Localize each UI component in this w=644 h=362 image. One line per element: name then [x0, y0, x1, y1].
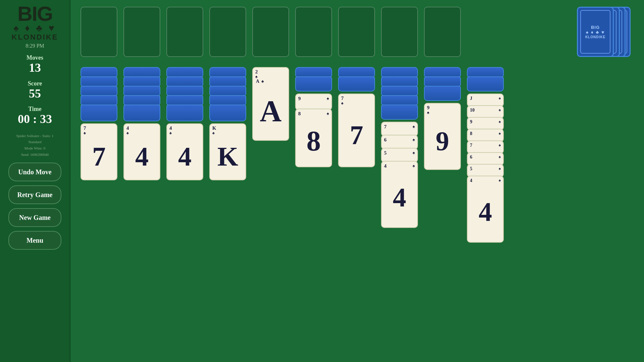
undo-move-button[interactable]: Undo Move — [8, 163, 61, 181]
card-col8-6[interactable]: 6 ♠ — [381, 135, 418, 149]
card-col6-9[interactable]: 9 ♠ — [295, 94, 332, 110]
col10-4-hdr: 4 ♠ — [470, 178, 501, 183]
card-col5-ace[interactable]: 2 ♠ A ♠ A — [252, 67, 289, 141]
foundation-slot-2[interactable] — [123, 7, 160, 57]
col10-7-rank: 7 — [470, 143, 472, 148]
card-col6-8[interactable]: 8 ♠ 8 — [295, 109, 332, 167]
face-down-stack-10 — [467, 67, 504, 92]
sc1-logo: BIG — [591, 25, 600, 30]
card-col8-7[interactable]: 7 ♠ — [381, 122, 418, 136]
col8-cards: 7 ♠ 6 ♠ 5 ♠ — [381, 122, 418, 228]
col10-10-rank: 10 — [470, 108, 475, 113]
card-col5-arank: A ♠ — [255, 79, 286, 84]
face-down-8-3 — [381, 86, 418, 96]
face-down-3-1 — [166, 67, 203, 77]
face-down-8-4 — [381, 95, 418, 105]
face-down-3-5 — [166, 105, 203, 121]
score-stat: Score 55 — [28, 80, 42, 101]
card-col10-7[interactable]: 7 ♠ — [467, 140, 504, 154]
sc1-kl: KLONDIKE — [585, 35, 605, 39]
face-down-3-3 — [166, 86, 203, 96]
menu-button[interactable]: Menu — [8, 231, 61, 250]
face-down-7-2 — [338, 76, 375, 92]
col10-8-hdr: 8 ♠ — [470, 131, 501, 136]
col8-6-rank: 6 — [384, 137, 387, 143]
tableau-column-8: 7 ♠ 6 ♠ 5 ♠ — [381, 67, 418, 228]
card-col7-top[interactable]: 7 ♠ 7 — [338, 94, 375, 167]
face-down-stack-8 — [381, 67, 418, 120]
game-info-line2: Standard — [16, 139, 53, 145]
col10-J-suit: ♠ — [499, 96, 501, 101]
tableau-column-2: 4 ♠ 4 — [123, 67, 160, 180]
card-col8-4[interactable]: 4 ♠ 4 — [381, 161, 418, 228]
card-col3-main: 4 — [169, 135, 200, 178]
card-col9-top[interactable]: 9 ♠ 9 — [424, 103, 461, 170]
face-down-10-1 — [467, 67, 504, 77]
card-col8-5[interactable]: 5 ♠ — [381, 148, 418, 163]
card-col3-top[interactable]: 4 ♠ 4 — [166, 123, 203, 180]
time-stat: Time 00 : 33 — [18, 106, 52, 126]
col10-4-rank: 4 — [470, 178, 472, 183]
card-col2-top[interactable]: 4 ♠ 4 — [123, 123, 160, 180]
stock-pile[interactable]: BIG ♠ ♦ ♣ ♥ KLONDIKE BIG ♠ ♦ ♣ ♥ KLONDIK… — [577, 7, 634, 60]
card-col10-5[interactable]: 5 ♠ — [467, 164, 504, 177]
foundation-slot-1[interactable] — [80, 7, 117, 57]
card-col10-10[interactable]: 10 ♠ — [467, 105, 504, 119]
card-col9-suit: ♠ — [427, 110, 429, 115]
foundation-slot-9[interactable] — [424, 7, 461, 57]
card-col10-6[interactable]: 6 ♠ — [467, 152, 504, 166]
col6-8-header: 8 ♠ — [298, 111, 329, 117]
foundation-slot-4[interactable] — [209, 7, 246, 57]
col10-4-main: 4 — [470, 183, 501, 240]
col10-10-suit: ♠ — [499, 108, 501, 113]
tableau-column-4: K ♠ K — [209, 67, 246, 180]
card-col10-4[interactable]: 4 ♠ 4 — [467, 176, 504, 243]
col10-9-suit: ♠ — [499, 119, 501, 125]
card-col4-top[interactable]: K ♠ K — [209, 123, 246, 180]
col10-5-hdr: 5 ♠ — [470, 166, 501, 172]
face-down-1-3 — [80, 86, 117, 96]
tableau-column-6: 9 ♠ 8 ♠ 8 — [295, 67, 332, 167]
score-label: Score — [28, 80, 42, 87]
col10-J-rank: J — [470, 96, 472, 101]
tableau-column-9: 9 ♠ 9 — [424, 67, 461, 170]
col6-8-suit: ♠ — [327, 111, 329, 117]
card-col10-8[interactable]: 8 ♠ — [467, 129, 504, 142]
col10-9-rank: 9 — [470, 119, 472, 125]
card-col10-9[interactable]: 9 ♠ — [467, 117, 504, 130]
face-down-3-2 — [166, 76, 203, 86]
card-col2-main: 4 — [126, 135, 157, 178]
col8-6-suit: ♠ — [413, 137, 415, 143]
face-down-8-2 — [381, 76, 418, 86]
game-info-line4: Seed: 1696390040 — [16, 152, 53, 158]
face-down-stack-2 — [123, 67, 160, 121]
card-col3-corner: 4 ♠ — [169, 126, 200, 135]
moves-label: Moves — [26, 54, 43, 61]
face-down-8-1 — [381, 67, 418, 77]
col8-7-rank: 7 — [384, 124, 387, 130]
foundation-slot-3[interactable] — [166, 7, 203, 57]
retry-game-button[interactable]: Retry Game — [8, 185, 61, 204]
tableau: 7 ♠ 7 4 ♠ 4 — [80, 67, 634, 243]
face-down-2-5 — [123, 105, 160, 121]
face-down-stack-9 — [424, 67, 461, 101]
face-down-9-3 — [424, 86, 461, 101]
face-down-2-1 — [123, 67, 160, 77]
face-down-1-1 — [80, 67, 117, 77]
foundation-slot-5[interactable] — [252, 7, 289, 57]
card-col7-suit: ♠ — [341, 101, 343, 105]
game-info-line1: Spider Solitaire - Suits: 1 — [16, 133, 53, 139]
card-col1-top[interactable]: 7 ♠ 7 — [80, 123, 117, 180]
new-game-button[interactable]: New Game — [8, 208, 61, 227]
foundation-slot-6[interactable] — [295, 7, 332, 57]
foundation-slot-8[interactable] — [381, 7, 418, 57]
face-down-stack-3 — [166, 67, 203, 121]
col10-J-hdr: J ♠ — [470, 96, 501, 101]
foundation-slot-7[interactable] — [338, 7, 375, 57]
face-down-stack-6 — [295, 67, 332, 92]
top-row: BIG ♠ ♦ ♣ ♥ KLONDIKE BIG ♠ ♦ ♣ ♥ KLONDIK… — [80, 7, 634, 60]
card-col4-corner: K ♠ — [212, 126, 243, 135]
card-col10-J[interactable]: J ♠ — [467, 94, 504, 107]
face-down-stack-7 — [338, 67, 375, 92]
col6-8-rank: 8 — [298, 111, 301, 117]
